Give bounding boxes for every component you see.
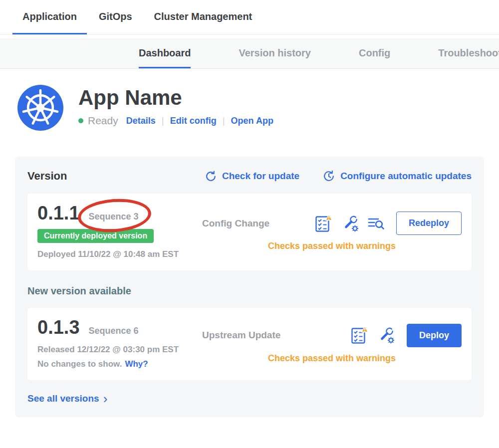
app-header: App Name Ready Details | Edit config | O… (17, 85, 499, 131)
tab-application[interactable]: Application (12, 0, 87, 34)
top-nav: Application GitOps Cluster Management (0, 0, 499, 35)
why-link[interactable]: Why? (125, 359, 148, 369)
edit-config-link[interactable]: Edit config (170, 116, 217, 126)
tab-troubleshoot[interactable]: Troubleshoot (438, 39, 499, 68)
configure-automatic-updates-label: Configure automatic updates (340, 171, 472, 182)
check-for-update-link[interactable]: Check for update (205, 170, 299, 183)
kubernetes-logo-icon (17, 85, 63, 131)
preflight-checklist-warning-icon[interactable] (314, 214, 333, 233)
clock-refresh-icon (322, 170, 335, 183)
currently-deployed-badge: Currently deployed version (37, 229, 154, 243)
config-wrench-gear-icon[interactable] (342, 215, 359, 232)
deploy-button[interactable]: Deploy (407, 324, 462, 347)
new-version-heading: New version available (27, 285, 472, 297)
check-for-update-label: Check for update (222, 171, 299, 182)
see-all-versions-link[interactable]: See all versions › (27, 393, 107, 404)
tab-cluster-management[interactable]: Cluster Management (144, 0, 262, 34)
tab-config[interactable]: Config (359, 39, 390, 68)
change-type-label: Upstream Update (202, 330, 280, 341)
divider: | (162, 115, 164, 126)
open-app-link[interactable]: Open App (231, 116, 273, 126)
configure-automatic-updates-link[interactable]: Configure automatic updates (322, 170, 472, 183)
deployed-timestamp: Deployed 11/10/22 @ 10:48 am EST (37, 249, 202, 259)
version-panel: Version Check for update (15, 157, 484, 417)
new-sequence-label: Sequence 6 (89, 326, 139, 336)
redeploy-button[interactable]: Redeploy (396, 212, 462, 235)
sub-nav: Dashboard Version history Config Trouble… (0, 39, 499, 69)
preflight-checklist-warning-icon[interactable] (350, 326, 369, 345)
divider: | (223, 115, 225, 126)
app-name: App Name (78, 87, 273, 109)
new-version-number: 0.1.3 (37, 318, 80, 337)
tab-version-history[interactable]: Version history (239, 39, 311, 68)
refresh-icon (205, 170, 217, 183)
view-diff-search-icon[interactable] (368, 216, 384, 231)
checks-status-text: Checks passed with warnings (202, 353, 462, 364)
change-type-label: Config Change (202, 218, 269, 229)
chevron-right-icon: › (103, 394, 108, 404)
status-dot-icon (78, 118, 83, 123)
version-panel-title: Version (27, 170, 67, 183)
see-all-versions-label: See all versions (27, 393, 99, 404)
current-version-number: 0.1.1 (37, 204, 80, 223)
checks-status-text: Checks passed with warnings (202, 241, 462, 251)
tab-gitops[interactable]: GitOps (89, 0, 142, 34)
tab-dashboard[interactable]: Dashboard (139, 39, 191, 68)
status-text: Ready (88, 115, 118, 127)
config-wrench-gear-icon[interactable] (378, 327, 395, 344)
new-version-card: 0.1.3 Sequence 6 Released 12/12/22 @ 03:… (27, 308, 472, 380)
no-changes-text: No changes to show. (37, 359, 122, 369)
released-timestamp: Released 12/12/22 @ 03:30 pm EST (37, 345, 202, 355)
current-sequence-label: Sequence 3 (89, 212, 139, 222)
current-version-card: 0.1.1 Sequence 3 Currently deployed vers… (27, 194, 472, 270)
details-link[interactable]: Details (126, 116, 156, 126)
